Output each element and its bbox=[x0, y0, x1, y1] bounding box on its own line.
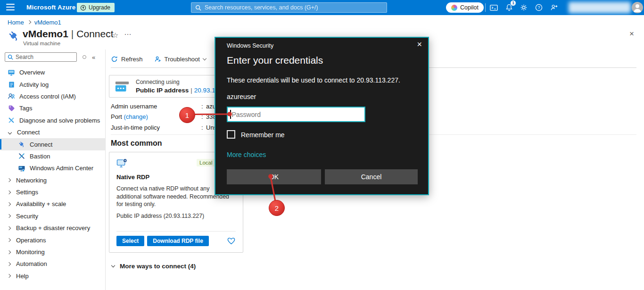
port-change-link[interactable]: (change) bbox=[124, 113, 148, 120]
remember-me-checkbox[interactable] bbox=[227, 130, 235, 139]
resource-type-subtitle: Virtual machine bbox=[23, 41, 60, 46]
copilot-label: Copilot bbox=[460, 4, 479, 11]
remember-me-label: Remember me bbox=[241, 131, 285, 139]
sidebar-search[interactable] bbox=[5, 52, 77, 62]
sidebar-item-diagnose[interactable]: Diagnose and solve problems bbox=[0, 115, 105, 126]
cancel-button[interactable]: Cancel bbox=[325, 169, 418, 184]
upgrade-label: Upgrade bbox=[89, 4, 110, 11]
sidebar-item-tags[interactable]: Tags bbox=[0, 102, 105, 114]
sidebar-group-label: Security bbox=[16, 213, 38, 220]
sidebar-group-networking[interactable]: Networking bbox=[0, 174, 105, 186]
more-ways-label: More ways to connect (4) bbox=[120, 263, 196, 270]
vm-name: vMdemo1 bbox=[23, 28, 68, 39]
collapse-sidebar-icon[interactable]: « bbox=[92, 54, 95, 61]
sidebar-item-label: Diagnose and solve problems bbox=[19, 117, 100, 124]
breadcrumb: Home vMdemo1 bbox=[8, 18, 61, 26]
password-input[interactable] bbox=[231, 111, 365, 118]
account-avatar[interactable] bbox=[632, 2, 643, 13]
more-choices-link[interactable]: More choices bbox=[227, 151, 266, 158]
sidebar-group-availability-scale[interactable]: Availability + scale bbox=[0, 198, 105, 210]
pin-toggle-icon[interactable] bbox=[83, 55, 86, 59]
diagnose-icon bbox=[8, 116, 15, 124]
hamburger-menu-icon[interactable] bbox=[6, 4, 15, 10]
password-field[interactable] bbox=[227, 107, 365, 122]
chevron-right-icon bbox=[7, 262, 11, 266]
favorite-star-icon[interactable]: ☆ bbox=[112, 31, 118, 40]
sidebar-item-activity-log[interactable]: Activity log bbox=[0, 78, 105, 90]
cloud-shell-icon[interactable] bbox=[489, 3, 498, 12]
sidebar-item-label: Access control (IAM) bbox=[19, 93, 76, 100]
sidebar-group-connect[interactable]: Connect bbox=[0, 126, 105, 138]
topbar-divider bbox=[485, 3, 486, 12]
sidebar-group-help[interactable]: Help bbox=[0, 270, 105, 282]
breadcrumb-home-link[interactable]: Home bbox=[8, 19, 24, 26]
colon: : bbox=[201, 124, 206, 131]
sidebar-item-label: Connect bbox=[30, 141, 52, 148]
troubleshoot-icon bbox=[154, 56, 161, 63]
sidebar-search-input[interactable] bbox=[16, 54, 74, 60]
more-options-ellipsis-icon[interactable]: … bbox=[124, 28, 132, 37]
troubleshoot-button[interactable]: Troubleshoot bbox=[154, 56, 206, 63]
breadcrumb-current-link[interactable]: vMdemo1 bbox=[34, 19, 61, 26]
search-icon bbox=[8, 54, 13, 60]
refresh-button[interactable]: Refresh bbox=[111, 56, 143, 63]
sidebar-item-overview[interactable]: Overview bbox=[0, 66, 105, 78]
settings-gear-icon[interactable] bbox=[519, 3, 528, 12]
global-search-input[interactable] bbox=[205, 4, 383, 11]
bastion-icon bbox=[18, 152, 25, 160]
more-ways-to-connect[interactable]: More ways to connect (4) bbox=[112, 263, 196, 270]
native-rdp-ip: Public IP address (20.93.113.227) bbox=[116, 213, 236, 219]
chevron-right-icon bbox=[7, 250, 11, 254]
sidebar-group-backup[interactable]: Backup + disaster recovery bbox=[0, 222, 105, 234]
copilot-button[interactable]: Copilot bbox=[446, 2, 484, 13]
sidebar-group-settings[interactable]: Settings bbox=[0, 186, 105, 198]
sidebar-group-automation[interactable]: Automation bbox=[0, 258, 105, 270]
notification-badge: 1 bbox=[511, 0, 516, 6]
native-rdp-monitor-icon bbox=[116, 158, 127, 168]
sidebar-group-operations[interactable]: Operations bbox=[0, 234, 105, 246]
admin-username-label: Admin username bbox=[111, 103, 201, 110]
connection-method: Public IP address bbox=[136, 87, 189, 94]
dialog-close-icon[interactable]: × bbox=[417, 40, 422, 50]
local-machine-badge: Local bbox=[197, 159, 215, 166]
chevron-right-icon bbox=[7, 238, 11, 242]
sidebar-group-security[interactable]: Security bbox=[0, 210, 105, 222]
access-control-icon bbox=[8, 92, 15, 100]
dialog-heading: Enter your credentials bbox=[227, 55, 323, 66]
sidebar-item-bastion[interactable]: Bastion bbox=[0, 150, 105, 162]
sidebar-group-label: Backup + disaster recovery bbox=[16, 224, 90, 232]
upgrade-button[interactable]: Upgrade bbox=[77, 3, 115, 12]
blade-name: Connect bbox=[76, 28, 113, 39]
svg-text:?: ? bbox=[537, 5, 540, 10]
help-icon[interactable]: ? bbox=[534, 3, 544, 12]
chevron-down-icon bbox=[203, 57, 206, 60]
ok-button[interactable]: OK bbox=[227, 169, 321, 184]
sidebar-group-label: Automation bbox=[16, 260, 47, 267]
card-divider bbox=[116, 231, 236, 232]
blade-close-icon[interactable]: × bbox=[629, 29, 634, 39]
sidebar-item-windows-admin-center[interactable]: Windows Admin Center bbox=[0, 162, 105, 174]
chevron-right-icon bbox=[7, 274, 11, 278]
notifications-bell-icon[interactable]: 1 bbox=[504, 3, 514, 12]
download-rdp-file-button[interactable]: Download RDP file bbox=[147, 236, 208, 246]
sidebar-group-label: Settings bbox=[16, 189, 38, 196]
colon: : bbox=[201, 113, 206, 120]
sidebar-item-label: Tags bbox=[19, 105, 32, 112]
sidebar-group-monitoring[interactable]: Monitoring bbox=[0, 246, 105, 258]
sidebar-item-connect[interactable]: Connect bbox=[0, 138, 105, 150]
chevron-right-icon bbox=[7, 226, 11, 230]
global-search[interactable] bbox=[191, 2, 387, 13]
upgrade-arrow-icon bbox=[80, 5, 86, 11]
brand-title[interactable]: Microsoft Azure bbox=[26, 0, 76, 15]
sidebar-item-access-control[interactable]: Access control (IAM) bbox=[0, 91, 105, 102]
azure-top-bar: Microsoft Azure Upgrade Copilot 1 ? bbox=[0, 0, 644, 15]
tag-icon bbox=[8, 105, 15, 112]
refresh-icon bbox=[111, 56, 118, 63]
copilot-icon bbox=[451, 5, 457, 11]
chevron-down-icon bbox=[111, 263, 115, 267]
chevron-right-icon bbox=[7, 214, 11, 218]
sidebar-group-label: Networking bbox=[16, 177, 47, 184]
feedback-icon[interactable] bbox=[549, 3, 559, 12]
favorite-heart-icon[interactable] bbox=[227, 237, 236, 245]
select-button[interactable]: Select bbox=[116, 236, 144, 246]
